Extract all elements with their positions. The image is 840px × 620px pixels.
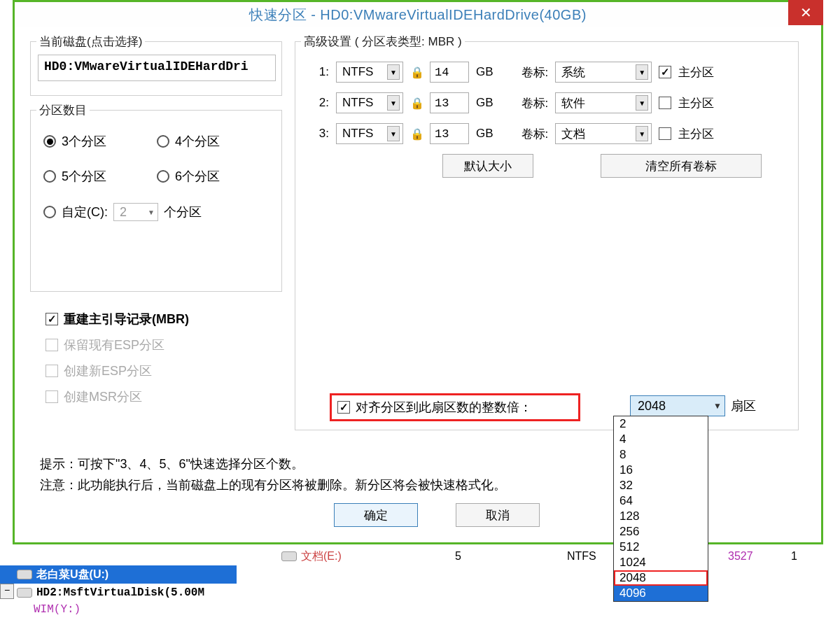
bg-num: 1 [791,550,797,563]
sector-option[interactable]: 16 [614,463,708,478]
filesystem-select-1[interactable]: NTFS ▼ [336,62,403,83]
gb-label: GB [476,96,493,110]
current-disk-legend: 当前磁盘(点击选择) [36,34,145,50]
chevron-down-icon: ▼ [387,95,400,111]
align-sectors-checkbox[interactable]: 对齐分区到此扇区数的整数倍： [330,393,580,421]
partition-count-legend: 分区数目 [36,102,90,118]
bg-wim-row[interactable]: WIM(Y:) [0,600,840,619]
chevron-down-icon: ▼ [387,126,400,141]
sector-option[interactable]: 4 [614,432,708,447]
current-disk-group: 当前磁盘(点击选择) HD0:VMwareVirtualIDEHardDri [30,41,282,96]
cancel-button[interactable]: 取消 [456,503,540,527]
checkbox-icon [46,313,58,325]
ok-button[interactable]: 确定 [334,503,418,527]
radio-icon [43,135,56,148]
filesystem-select-2[interactable]: NTFS ▼ [336,92,403,113]
current-disk-field[interactable]: HD0:VMwareVirtualIDEHardDri [38,55,276,81]
sector-option[interactable]: 512 [614,540,708,555]
chevron-down-icon: ▼ [387,64,400,80]
volume-label-select-3[interactable]: 文档 ▼ [555,123,652,144]
sector-option[interactable]: 8 [614,447,708,463]
sector-option-4096[interactable]: 4096 [614,586,708,601]
size-input-2[interactable] [430,92,469,113]
partition-row-2: 2: NTFS ▼ 🔒 GB 卷标: 软件 ▼ 主分区 [316,92,714,113]
disk-icon [17,588,32,598]
size-input-1[interactable] [430,62,469,83]
radio-5-partitions[interactable]: 5个分区 [43,168,106,185]
checkbox-icon [337,401,350,414]
tips-text: 提示：可按下"3、4、5、6"快速选择分区个数。 注意：此功能执行后，当前磁盘上… [40,453,506,495]
custom-count-select[interactable]: 2 ▼ [113,203,158,221]
bg-hd2-row[interactable]: − HD2:MsftVirtualDisk(5.00M [0,584,840,602]
sector-option[interactable]: 1024 [614,555,708,570]
checkbox-icon [46,365,58,377]
collapse-icon[interactable]: − [0,584,14,599]
bg-usb-label: 老白菜U盘(U:) [36,568,108,582]
bg-vol-name: 文档(E:) [301,549,342,564]
sector-option[interactable]: 128 [614,509,708,524]
usb-icon [17,570,32,579]
sector-count-select[interactable]: 2048 ▼ [630,395,725,416]
sector-dropdown[interactable]: 2 4 8 16 32 64 128 256 512 1024 2048 409… [613,416,708,602]
disk-icon [281,551,297,561]
volume-label-select-2[interactable]: 软件 ▼ [555,92,652,113]
checkbox-icon [46,339,58,351]
lock-icon[interactable]: 🔒 [410,66,423,79]
sector-option-2048[interactable]: 2048 [614,570,708,586]
partition-count-group: 分区数目 3个分区 4个分区 5个分区 6个分区 自定(C): [30,110,282,292]
sector-option[interactable]: 64 [614,493,708,509]
sector-option[interactable]: 256 [614,524,708,540]
chevron-down-icon: ▼ [636,126,648,141]
bg-usb-row[interactable]: 老白菜U盘(U:) [0,565,237,584]
bg-col2: 5 [455,550,461,563]
advanced-legend: 高级设置 ( 分区表类型: MBR ) [301,34,465,50]
sector-option[interactable]: 32 [614,478,708,493]
titlebar: 快速分区 - HD0:VMwareVirtualIDEHardDrive(40G… [15,2,821,27]
radio-icon [43,206,56,218]
chevron-down-icon: ▼ [636,95,648,111]
new-msr-checkbox: 创建MSR分区 [46,388,142,405]
sector-suffix: 扇区 [731,397,756,414]
lock-icon[interactable]: 🔒 [410,97,423,110]
bg-wim-label: WIM(Y:) [34,603,80,616]
gb-label: GB [476,65,493,79]
lock-icon[interactable]: 🔒 [410,127,423,141]
partition-row-1: 1: NTFS ▼ 🔒 GB 卷标: 系统 ▼ 主分区 [316,62,714,83]
radio-icon [43,170,56,183]
vol-label-text: 卷标: [522,126,549,142]
partition-row-3: 3: NTFS ▼ 🔒 GB 卷标: 文档 ▼ 主分区 [316,123,714,144]
dialog-title: 快速分区 - HD0:VMwareVirtualIDEHardDrive(40G… [249,6,587,24]
primary-checkbox-1[interactable] [659,66,671,78]
new-esp-checkbox: 创建新ESP分区 [46,362,152,379]
row-index: 2: [316,96,329,110]
filesystem-select-3[interactable]: NTFS ▼ [336,123,403,144]
radio-6-partitions[interactable]: 6个分区 [157,168,220,185]
size-input-3[interactable] [430,123,469,144]
primary-checkbox-2[interactable] [659,97,671,109]
checkbox-icon [46,390,58,403]
row-index: 1: [316,65,329,79]
radio-icon [157,170,169,183]
keep-esp-checkbox: 保留现有ESP分区 [46,337,164,353]
chevron-down-icon: ▼ [636,64,648,80]
bg-volume-row[interactable]: 文档(E:) 5 NTFS 3527 1 [0,547,840,565]
primary-checkbox-3[interactable] [659,127,671,140]
chevron-down-icon: ▼ [148,209,155,216]
rebuild-mbr-checkbox[interactable]: 重建主引导记录(MBR) [46,311,189,327]
close-button[interactable]: ✕ [788,0,823,25]
bg-hd2-label: HD2:MsftVirtualDisk(5.00M [36,586,204,599]
sector-option[interactable]: 2 [614,416,708,432]
chevron-down-icon: ▼ [713,401,722,411]
bg-fs: NTFS [567,550,596,563]
row-index: 3: [316,127,329,141]
radio-custom-partitions[interactable]: 自定(C): 2 ▼ 个分区 [43,203,202,221]
radio-3-partitions[interactable]: 3个分区 [43,133,106,150]
advanced-settings-group: 高级设置 ( 分区表类型: MBR ) 1: NTFS ▼ 🔒 GB 卷标: 系… [295,41,799,430]
vol-label-text: 卷标: [522,95,549,111]
default-size-button[interactable]: 默认大小 [442,154,533,178]
bg-size: 3527 [728,550,753,563]
radio-4-partitions[interactable]: 4个分区 [157,133,220,150]
volume-label-select-1[interactable]: 系统 ▼ [555,62,652,83]
clear-labels-button[interactable]: 清空所有卷标 [601,154,762,178]
gb-label: GB [476,127,493,141]
